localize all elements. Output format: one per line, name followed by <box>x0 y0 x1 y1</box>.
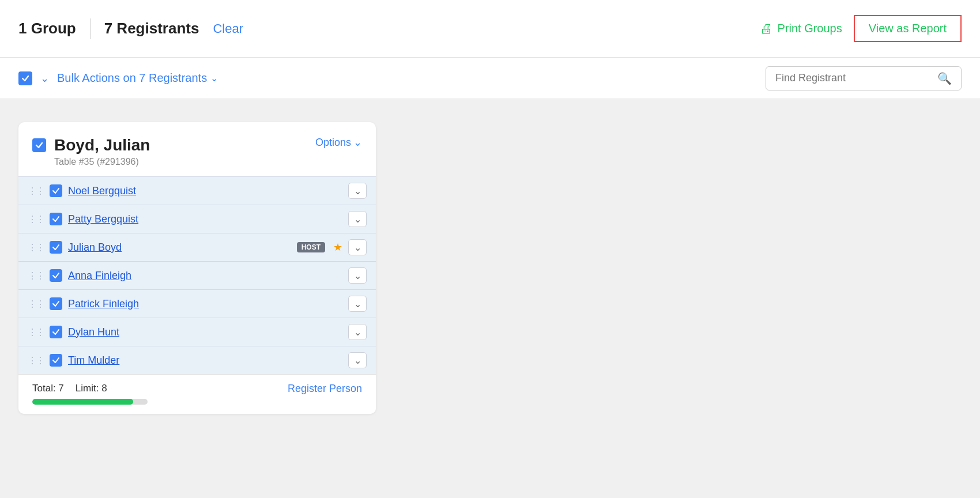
group-subtitle: Table #35 (#291396) <box>54 157 150 167</box>
select-all-checkbox[interactable] <box>18 71 32 85</box>
sub-bar: ⌄ Bulk Actions on 7 Registrants ⌄ 🔍 <box>0 58 980 99</box>
row-expand-button[interactable]: ⌄ <box>348 296 367 312</box>
registrant-name[interactable]: Patty Bergquist <box>68 213 342 225</box>
sub-bar-left: ⌄ Bulk Actions on 7 Registrants ⌄ <box>18 70 218 87</box>
drag-handle-icon[interactable]: ⋮⋮ <box>28 327 44 338</box>
host-badge: HOST <box>297 242 325 252</box>
registrant-checkbox[interactable] <box>50 326 62 338</box>
find-registrant-input[interactable] <box>775 72 933 84</box>
registrant-name[interactable]: Dylan Hunt <box>68 326 342 338</box>
options-chevron-icon: ⌄ <box>353 136 362 149</box>
group-title: Boyd, Julian <box>54 136 150 154</box>
row-expand-button[interactable]: ⌄ <box>348 267 367 284</box>
register-person-button[interactable]: Register Person <box>288 383 362 395</box>
group-card-footer: Total: 7 Limit: 8 Register Person <box>18 374 376 414</box>
registrant-name[interactable]: Anna Finleigh <box>68 270 342 282</box>
row-expand-button[interactable]: ⌄ <box>348 183 367 199</box>
find-registrant-wrapper: 🔍 <box>766 66 962 90</box>
top-bar-left: 1 Group 7 Registrants Clear <box>18 18 243 39</box>
table-row: ⋮⋮ Dylan Hunt ⌄ <box>18 318 376 346</box>
limit-label: Limit: 8 <box>76 383 107 394</box>
table-row: ⋮⋮ Patty Bergquist ⌄ <box>18 205 376 233</box>
registrant-name[interactable]: Patrick Finleigh <box>68 298 342 310</box>
row-expand-button[interactable]: ⌄ <box>348 324 367 340</box>
total-label: Total: 7 <box>32 383 64 394</box>
footer-left: Total: 7 Limit: 8 <box>32 383 148 405</box>
group-card-header-left: Boyd, Julian Table #35 (#291396) <box>32 136 150 167</box>
search-icon: 🔍 <box>937 71 952 85</box>
bulk-actions-chevron-icon: ⌄ <box>210 73 218 84</box>
registrant-checkbox[interactable] <box>50 269 62 282</box>
table-row: ⋮⋮ Tim Mulder ⌄ <box>18 346 376 374</box>
table-row: ⋮⋮ Patrick Finleigh ⌄ <box>18 290 376 318</box>
registrant-checkbox[interactable] <box>50 354 62 367</box>
table-row: ⋮⋮ Julian Boyd HOST ★ ⌄ <box>18 233 376 262</box>
drag-handle-icon[interactable]: ⋮⋮ <box>28 299 44 310</box>
registrant-list: ⋮⋮ Noel Bergquist ⌄ ⋮⋮ Patty Bergquist <box>18 176 376 374</box>
drag-handle-icon[interactable]: ⋮⋮ <box>28 214 44 225</box>
group-checkbox[interactable] <box>32 138 46 152</box>
print-icon: 🖨 <box>760 21 772 36</box>
vertical-divider <box>90 18 91 39</box>
registrant-checkbox[interactable] <box>50 297 62 310</box>
print-groups-button[interactable]: 🖨 Print Groups <box>760 21 842 36</box>
registrant-name[interactable]: Tim Mulder <box>68 354 342 367</box>
clear-button[interactable]: Clear <box>213 21 243 36</box>
group-card: Boyd, Julian Table #35 (#291396) Options… <box>18 122 376 414</box>
registrant-name[interactable]: Julian Boyd <box>68 242 287 254</box>
table-row: ⋮⋮ Noel Bergquist ⌄ <box>18 177 376 205</box>
progress-bar <box>32 399 148 405</box>
registrant-name[interactable]: Noel Bergquist <box>68 185 342 197</box>
table-row: ⋮⋮ Anna Finleigh ⌄ <box>18 262 376 290</box>
drag-handle-icon[interactable]: ⋮⋮ <box>28 355 44 366</box>
select-all-chevron[interactable]: ⌄ <box>38 70 51 87</box>
footer-totals: Total: 7 Limit: 8 <box>32 383 148 394</box>
drag-handle-icon[interactable]: ⋮⋮ <box>28 186 44 197</box>
registrant-checkbox[interactable] <box>50 184 62 197</box>
progress-bar-fill <box>32 399 133 405</box>
row-expand-button[interactable]: ⌄ <box>348 239 367 255</box>
bulk-actions-text: Bulk Actions on 7 Registrants <box>57 71 207 85</box>
drag-handle-icon[interactable]: ⋮⋮ <box>28 242 44 253</box>
row-expand-button[interactable]: ⌄ <box>348 211 367 227</box>
top-bar-right: 🖨 Print Groups View as Report <box>760 15 962 42</box>
registrants-count: 7 Registrants <box>104 20 199 37</box>
options-button[interactable]: Options ⌄ <box>315 136 362 149</box>
top-bar: 1 Group 7 Registrants Clear 🖨 Print Grou… <box>0 0 980 58</box>
group-card-header: Boyd, Julian Table #35 (#291396) Options… <box>18 122 376 176</box>
bulk-actions-label[interactable]: Bulk Actions on 7 Registrants ⌄ <box>57 71 218 85</box>
registrant-checkbox[interactable] <box>50 241 62 254</box>
view-report-button[interactable]: View as Report <box>854 15 962 42</box>
registrant-checkbox[interactable] <box>50 213 62 225</box>
group-title-block: Boyd, Julian Table #35 (#291396) <box>54 136 150 167</box>
print-groups-label: Print Groups <box>777 22 842 35</box>
options-label: Options <box>315 137 351 149</box>
group-count: 1 Group <box>18 20 76 37</box>
star-icon: ★ <box>333 241 342 254</box>
drag-handle-icon[interactable]: ⋮⋮ <box>28 270 44 281</box>
main-content: Boyd, Julian Table #35 (#291396) Options… <box>0 99 980 498</box>
row-expand-button[interactable]: ⌄ <box>348 352 367 368</box>
